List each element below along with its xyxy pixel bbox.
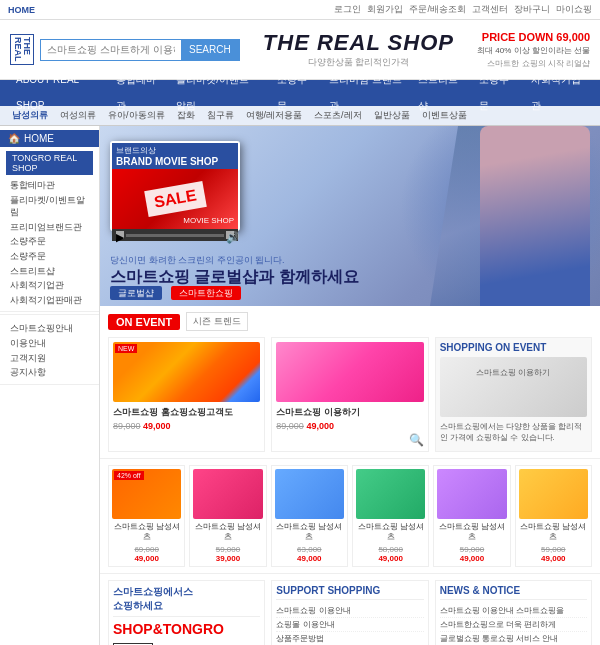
support-item-2[interactable]: 상품주문방법 bbox=[276, 632, 423, 645]
sub-nav-bedding[interactable]: 침구류 bbox=[203, 109, 238, 122]
shop-tongro-title: 스마트쇼핑에서스 쇼핑하세요 bbox=[113, 585, 260, 617]
hero-model bbox=[480, 126, 590, 306]
news-content: 스마트쇼핑 이용안내 스마트쇼핑을 스마트한쇼핑으로 더욱 편리하게 글로벌쇼핑… bbox=[440, 604, 587, 645]
sub-nav-men[interactable]: 남성의류 bbox=[8, 109, 52, 122]
event-item1-name: 스마트쇼핑 홈쇼핑쇼핑고객도 bbox=[113, 406, 260, 419]
event-img-tablet: 스마트쇼핑 이용하기 bbox=[440, 357, 587, 417]
nav-social[interactable]: 소량주문 bbox=[471, 67, 523, 119]
discount-badge-0: 42% off bbox=[114, 471, 144, 480]
event-item1-price: 89,000 49,000 bbox=[113, 421, 260, 431]
support-section: SUPPORT SHOPPING 스마트쇼핑 이용안내 쇼핑몰 이용안내 상품주… bbox=[271, 580, 428, 645]
volume-button[interactable]: 🔊 bbox=[226, 231, 234, 239]
play-button[interactable]: ▶ bbox=[116, 231, 124, 239]
sidebar-home[interactable]: 🏠 HOME bbox=[0, 130, 99, 147]
top-link-cart[interactable]: 장바구니 bbox=[514, 3, 550, 16]
shopping-on-event: SHOPPING ON EVENT 스마트쇼핑 이용하기 스마트쇼핑에서는 다양… bbox=[435, 337, 592, 452]
product-name-0: 스마트쇼핑 남성셔츠 bbox=[112, 522, 181, 543]
news-title: NEWS & NOTICE bbox=[440, 585, 587, 600]
shopping-event-title: SHOPPING ON EVENT bbox=[440, 342, 587, 353]
product-name-3: 스마트쇼핑 남성셔츠 bbox=[356, 522, 425, 543]
sidebar-item-small1[interactable]: 소량주문 bbox=[6, 234, 93, 249]
on-event-section: ON EVENT 시즌 트렌드 NEW 스마트쇼핑 홈쇼핑쇼핑고객도 89,00… bbox=[100, 306, 600, 459]
event-tab[interactable]: 시즌 트렌드 bbox=[186, 312, 248, 331]
event-img-bag bbox=[276, 342, 423, 402]
shop-logo: SHOP&TONGRO bbox=[113, 621, 260, 637]
product-name-1: 스마트쇼핑 남성셔츠 bbox=[193, 522, 262, 543]
sidebar-item-flea[interactable]: 플리마켓/이벤트알림 bbox=[6, 193, 93, 220]
top-link-login[interactable]: 로그인 bbox=[334, 3, 361, 16]
news-item-2[interactable]: 글로벌쇼핑 통로쇼핑 서비스 안내 bbox=[440, 632, 587, 645]
bottom-sections: 스마트쇼핑에서스 쇼핑하세요 SHOP&TONGRO THE REAL SHOP… bbox=[100, 574, 600, 645]
hero-cta: 글로벌샵 스마트한쇼핑 bbox=[110, 286, 241, 300]
news-section: NEWS & NOTICE 스마트쇼핑 이용안내 스마트쇼핑을 스마트한쇼핑으로… bbox=[435, 580, 592, 645]
sub-nav-women[interactable]: 여성의류 bbox=[56, 109, 100, 122]
sub-nav-acc[interactable]: 잡화 bbox=[173, 109, 199, 122]
product-price-1: 59,000 39,000 bbox=[193, 545, 262, 563]
product-item-0: 42% off 스마트쇼핑 남성셔츠 69,000 49,000 bbox=[108, 465, 185, 567]
event-item-bag: 스마트쇼핑 이용하기 89,000 49,000 🔍 bbox=[271, 337, 428, 452]
sidebar-item-social1[interactable]: 사회적기업관 bbox=[6, 278, 93, 293]
sub-nav-general[interactable]: 일반상품 bbox=[370, 109, 414, 122]
top-link-join[interactable]: 회원가입 bbox=[367, 3, 403, 16]
search-button[interactable]: SEARCH bbox=[181, 39, 239, 61]
top-home-link[interactable]: HOME bbox=[8, 5, 35, 15]
product-name-5: 스마트쇼핑 남성셔츠 bbox=[519, 522, 588, 543]
sidebar-item-small2[interactable]: 소량주문 bbox=[6, 249, 93, 264]
product-grid: 42% off 스마트쇼핑 남성셔츠 69,000 49,000 스마트쇼핑 남… bbox=[108, 465, 592, 567]
top-links: 로그인 회원가입 주문/배송조회 고객센터 장바구니 마이쇼핑 bbox=[334, 3, 592, 16]
product-img-2 bbox=[275, 469, 344, 519]
top-link-order[interactable]: 주문/배송조회 bbox=[409, 3, 466, 16]
tablet-label: 스마트쇼핑 이용하기 bbox=[440, 357, 587, 378]
nav-social2[interactable]: 사회적기업관 bbox=[523, 67, 592, 119]
sub-nav-travel[interactable]: 여행/레저용품 bbox=[242, 109, 307, 122]
top-link-mypage[interactable]: 마이쇼핑 bbox=[556, 3, 592, 16]
event-new-badge: NEW bbox=[115, 344, 137, 353]
sidebar-title: TONGRO REAL SHOP bbox=[6, 151, 93, 175]
video-progress bbox=[126, 234, 224, 237]
search-input[interactable] bbox=[41, 42, 181, 57]
support-item-1[interactable]: 쇼핑몰 이용안내 bbox=[276, 618, 423, 632]
hero-sub-text: 당신이면 화려한 스크린의 주인공이 됩니다. bbox=[110, 254, 359, 267]
hero-cta-global[interactable]: 글로벌샵 bbox=[110, 286, 162, 300]
sidebar-item-premium[interactable]: 프리미엄브랜드관 bbox=[6, 220, 93, 235]
hero-video-box[interactable]: 브랜드의상 BRAND MOVIE SHOP SALE MOVIE SHOP ▶… bbox=[110, 141, 240, 231]
sidebar-item-tongro[interactable]: 통합테마관 bbox=[6, 178, 93, 193]
product-item-1: 스마트쇼핑 남성셔츠 59,000 39,000 bbox=[189, 465, 266, 567]
header-right: PRICE DOWN 69,000 최대 40% 이상 할인이라는 선물 스마트… bbox=[477, 31, 590, 69]
site-title: THE REAL SHOP 다양한상품 합리적인가격 bbox=[263, 30, 454, 69]
sub-nav-kids[interactable]: 유아/아동의류 bbox=[104, 109, 169, 122]
product-name-2: 스마트쇼핑 남성셔츠 bbox=[275, 522, 344, 543]
sub-nav-event[interactable]: 이벤트상품 bbox=[418, 109, 471, 122]
event-grid: NEW 스마트쇼핑 홈쇼핑쇼핑고객도 89,000 49,000 스마트쇼핑 이… bbox=[108, 337, 592, 452]
support-title: SUPPORT SHOPPING bbox=[276, 585, 423, 600]
product-img-3 bbox=[356, 469, 425, 519]
news-item-0[interactable]: 스마트쇼핑 이용안내 스마트쇼핑을 bbox=[440, 604, 587, 618]
sidebar-item-street[interactable]: 스트리트샵 bbox=[6, 264, 93, 279]
left-sidebar: 🏠 HOME TONGRO REAL SHOP 통합테마관 플리마켓/이벤트알림… bbox=[0, 126, 100, 645]
product-price-5: 59,000 49,000 bbox=[519, 545, 588, 563]
top-bar: HOME 로그인 회원가입 주문/배송조회 고객센터 장바구니 마이쇼핑 bbox=[0, 0, 600, 20]
main-nav: ABOUT REAL SHOP 통합테마관 플리마켓/이벤트 알림 소량주문 프… bbox=[0, 80, 600, 106]
video-controls[interactable]: ▶ 🔊 bbox=[112, 229, 238, 241]
event-item-towels: NEW 스마트쇼핑 홈쇼핑쇼핑고객도 89,000 49,000 bbox=[108, 337, 265, 452]
hero-cta-smart[interactable]: 스마트한쇼핑 bbox=[171, 286, 241, 300]
home-icon: 🏠 bbox=[8, 133, 20, 144]
sidebar-item-guide[interactable]: 스마트쇼핑안내 bbox=[6, 321, 93, 336]
sidebar-item-usage[interactable]: 이용안내 bbox=[6, 336, 93, 351]
hero-text: 당신이면 화려한 스크린의 주인공이 됩니다. 스마트쇼핑 글로벌샵과 함께하세… bbox=[110, 254, 359, 286]
product-img-1 bbox=[193, 469, 262, 519]
top-link-cs[interactable]: 고객센터 bbox=[472, 3, 508, 16]
product-name-4: 스마트쇼핑 남성셔츠 bbox=[437, 522, 506, 543]
logo-small: THEREAL bbox=[10, 34, 34, 65]
event-item2-price: 89,000 49,000 bbox=[276, 421, 423, 431]
hero-banner: 브랜드의상 BRAND MOVIE SHOP SALE MOVIE SHOP ▶… bbox=[100, 126, 600, 306]
sidebar-divider bbox=[0, 314, 99, 315]
sub-nav-sports[interactable]: 스포츠/레저 bbox=[310, 109, 366, 122]
section-header: ON EVENT 시즌 트렌드 bbox=[108, 312, 592, 331]
sidebar-item-social2[interactable]: 사회적기업판매관 bbox=[6, 293, 93, 308]
sidebar-item-support[interactable]: 고객지원 bbox=[6, 351, 93, 366]
search-icon[interactable]: 🔍 bbox=[409, 433, 424, 447]
support-item-0[interactable]: 스마트쇼핑 이용안내 bbox=[276, 604, 423, 618]
sidebar-item-notice[interactable]: 공지사항 bbox=[6, 365, 93, 380]
news-item-1[interactable]: 스마트한쇼핑으로 더욱 편리하게 bbox=[440, 618, 587, 632]
